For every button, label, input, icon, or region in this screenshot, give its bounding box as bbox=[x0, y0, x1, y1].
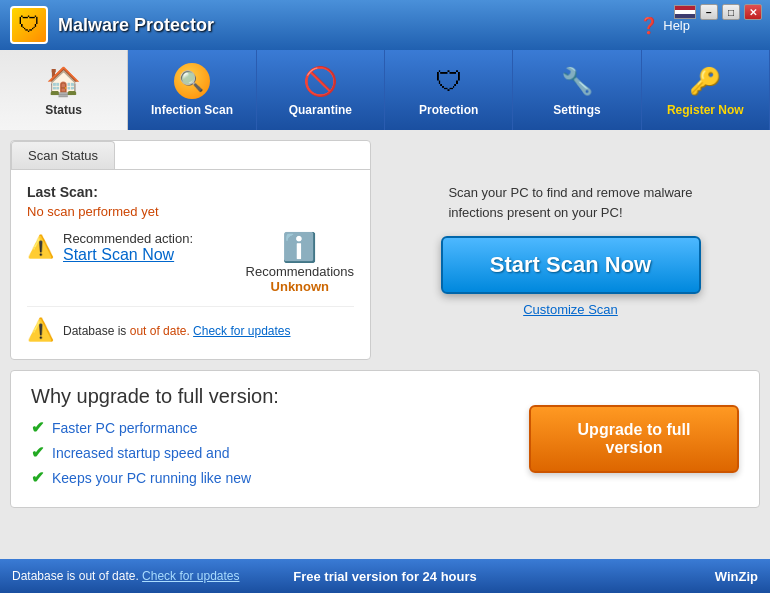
db-row: ⚠️ Database is out of date. Check for up… bbox=[27, 306, 354, 345]
db-static-text: Database is bbox=[63, 324, 126, 338]
tab-infection-scan[interactable]: 🔍 Infection Scan bbox=[128, 50, 256, 130]
minimize-button[interactable]: − bbox=[700, 4, 718, 20]
check-icon-1: ✔ bbox=[31, 418, 44, 437]
maximize-button[interactable]: □ bbox=[722, 4, 740, 20]
main-content: Scan Status Last Scan: No scan performed… bbox=[0, 130, 770, 559]
infection-scan-icon: 🔍 bbox=[174, 63, 210, 99]
db-outdated-text: Database is out of date. Check for updat… bbox=[63, 324, 291, 338]
check-icon-2: ✔ bbox=[31, 443, 44, 462]
scan-description: Scan your PC to find and remove malwarei… bbox=[448, 183, 692, 222]
feature-text-2: Increased startup speed and bbox=[52, 445, 229, 461]
tab-status-label: Status bbox=[45, 103, 82, 117]
scan-tab-wrapper: Scan Status bbox=[11, 141, 370, 170]
tab-protection-label: Protection bbox=[419, 103, 478, 117]
upgrade-button[interactable]: Upgrade to full version bbox=[529, 405, 739, 473]
help-label: Help bbox=[663, 18, 690, 33]
unknown-value: Unknown bbox=[246, 279, 354, 294]
tab-infection-scan-label: Infection Scan bbox=[151, 103, 233, 117]
database-icon: ⚠️ bbox=[27, 317, 55, 345]
check-updates-link[interactable]: Check for updates bbox=[193, 324, 290, 338]
recommended-action-label: Recommended action: bbox=[63, 231, 193, 246]
no-scan-text: No scan performed yet bbox=[27, 204, 354, 219]
tab-protection[interactable]: 🛡 Protection bbox=[385, 50, 513, 130]
status-bar: Database is out of date. Check for updat… bbox=[0, 559, 770, 593]
db-outdated-word: out of date. bbox=[130, 324, 190, 338]
status-bar-db-text: Database is out of date. Check for updat… bbox=[12, 569, 239, 583]
tab-register-label: Register Now bbox=[667, 103, 744, 117]
upgrade-feature-3: ✔ Keeps your PC running like new bbox=[31, 468, 509, 487]
warning-icon: ⚠️ bbox=[27, 234, 55, 262]
app-logo: 🛡 bbox=[10, 6, 48, 44]
check-icon-3: ✔ bbox=[31, 468, 44, 487]
close-button[interactable]: ✕ bbox=[744, 4, 762, 20]
tab-register[interactable]: 🔑 Register Now bbox=[642, 50, 770, 130]
winzip-label: WinZip bbox=[715, 569, 758, 584]
quarantine-icon: 🚫 bbox=[302, 63, 338, 99]
register-icon: 🔑 bbox=[687, 63, 723, 99]
start-scan-button[interactable]: Start Scan Now bbox=[441, 236, 701, 294]
recommendations-label: Recommendations bbox=[246, 264, 354, 279]
feature-text-1: Faster PC performance bbox=[52, 420, 198, 436]
last-scan-label: Last Scan: bbox=[27, 184, 354, 200]
recommendations-col: ℹ️ Recommendations Unknown bbox=[246, 231, 354, 294]
help-icon: ❓ bbox=[639, 16, 659, 35]
nav-bar: 🏠 Status 🔍 Infection Scan 🚫 Quarantine 🛡… bbox=[0, 50, 770, 130]
tab-quarantine[interactable]: 🚫 Quarantine bbox=[257, 50, 385, 130]
tab-settings[interactable]: 🔧 Settings bbox=[513, 50, 641, 130]
feature-text-3: Keeps your PC running like new bbox=[52, 470, 251, 486]
tab-status[interactable]: 🏠 Status bbox=[0, 50, 128, 130]
upgrade-left: Why upgrade to full version: ✔ Faster PC… bbox=[31, 385, 509, 493]
title-bar: 🛡 Malware Protector − □ ✕ ❓ Help bbox=[0, 0, 770, 50]
tab-quarantine-label: Quarantine bbox=[289, 103, 352, 117]
scan-status-box: Scan Status Last Scan: No scan performed… bbox=[10, 140, 371, 360]
scan-content: Last Scan: No scan performed yet ⚠️ Reco… bbox=[11, 170, 370, 359]
scan-panel: Scan Status Last Scan: No scan performed… bbox=[10, 140, 760, 360]
upgrade-title: Why upgrade to full version: bbox=[31, 385, 509, 408]
upgrade-feature-2: ✔ Increased startup speed and bbox=[31, 443, 509, 462]
tab-settings-label: Settings bbox=[553, 103, 600, 117]
status-check-updates-link[interactable]: Check for updates bbox=[142, 569, 239, 583]
upgrade-feature-1: ✔ Faster PC performance bbox=[31, 418, 509, 437]
protection-icon: 🛡 bbox=[431, 63, 467, 99]
scan-status-tab: Scan Status bbox=[11, 141, 115, 169]
upgrade-panel: Why upgrade to full version: ✔ Faster PC… bbox=[10, 370, 760, 508]
start-scan-link[interactable]: Start Scan Now bbox=[63, 246, 174, 263]
info-circle-icon: ℹ️ bbox=[282, 232, 317, 263]
home-icon: 🏠 bbox=[46, 63, 82, 99]
customize-scan-link[interactable]: Customize Scan bbox=[523, 302, 618, 317]
right-panel: Scan your PC to find and remove malwarei… bbox=[381, 140, 760, 360]
status-bar-center-text: Free trial version for 24 hours bbox=[293, 569, 477, 584]
status-db-label: Database is out of date. bbox=[12, 569, 139, 583]
settings-icon: 🔧 bbox=[559, 63, 595, 99]
help-link[interactable]: ❓ Help bbox=[639, 16, 690, 35]
recommended-action-row: ⚠️ Recommended action: Start Scan Now bbox=[27, 231, 193, 264]
